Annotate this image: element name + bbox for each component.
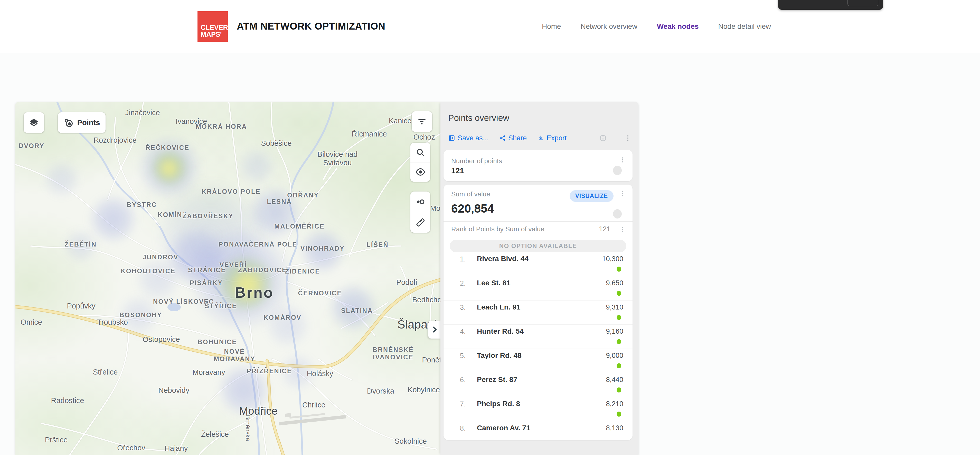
rank-row[interactable]: 8.Cameron Av. 718,130 — [444, 421, 633, 440]
rank-menu-button[interactable] — [619, 226, 626, 233]
rank-value: 8,130 — [606, 424, 623, 432]
rank-name: Phelps Rd. 8 — [477, 400, 520, 408]
rank-row[interactable]: 2.Lee St. 819,650 — [444, 276, 633, 300]
status-dot-green — [617, 315, 621, 320]
status-dot-green — [617, 363, 621, 368]
rank-name: Rivera Blvd. 44 — [477, 255, 528, 263]
rank-count: 121 — [599, 225, 611, 233]
points-button-label: Points — [77, 118, 100, 127]
number-of-points-value: 121 — [451, 166, 464, 175]
eye-icon — [415, 167, 426, 177]
map-roads — [16, 102, 441, 455]
panel-title: Points overview — [448, 113, 509, 123]
logo-line2: MAPS' — [200, 31, 228, 38]
status-dot-green — [617, 291, 621, 296]
rank-name: Leach Ln. 91 — [477, 303, 520, 311]
rank-row[interactable]: 5.Taylor Rd. 489,000 — [444, 349, 633, 373]
card-menu-button[interactable] — [619, 156, 626, 163]
rank-name: Hunter Rd. 54 — [477, 327, 523, 335]
rank-list: 1.Rivera Blvd. 4410,3002.Lee St. 819,650… — [444, 252, 633, 440]
sum-of-value-card: Sum of value VISUALIZE 620,854 Rank of P… — [444, 185, 633, 440]
indicator-knob — [613, 166, 622, 175]
rank-name: Taylor Rd. 48 — [477, 351, 522, 360]
rank-value: 8,210 — [606, 400, 623, 408]
save-as-icon — [448, 134, 455, 142]
save-as-button[interactable]: Save as... — [448, 134, 488, 142]
info-button[interactable] — [599, 134, 607, 142]
status-dot-green — [617, 412, 621, 417]
rank-row[interactable]: 6.Perez St. 878,440 — [444, 373, 633, 397]
save-as-label: Save as... — [458, 134, 488, 142]
layers-button[interactable] — [24, 112, 44, 133]
map-tools-group-1 — [410, 143, 430, 182]
nav-item-node-detail-view[interactable]: Node detail view — [718, 22, 771, 30]
rank-value: 9,160 — [606, 327, 623, 335]
sum-of-value-label: Sum of value — [451, 190, 490, 198]
rank-value: 8,440 — [606, 376, 623, 384]
panel-menu-button[interactable] — [624, 134, 632, 142]
map-compare-button[interactable] — [410, 192, 430, 212]
dashboard-block: JinačoviceIvanoviceMOKRÁ HORAKaniceŘícma… — [16, 102, 638, 455]
indicator-knob — [613, 209, 622, 219]
points-overview-panel: Points overview Save as... Share — [441, 102, 638, 455]
card-menu-button[interactable] — [619, 190, 626, 197]
layers-icon — [29, 117, 39, 128]
map-canvas[interactable]: JinačoviceIvanoviceMOKRÁ HORAKaniceŘícma… — [16, 102, 441, 455]
toast-remnant — [778, 0, 883, 10]
export-label: Export — [547, 134, 566, 142]
card-divider — [444, 221, 633, 222]
points-layer-button[interactable]: Points — [58, 112, 105, 133]
rank-value: 9,650 — [606, 279, 623, 287]
sum-of-value-value: 620,854 — [451, 201, 494, 216]
map-search-button[interactable] — [410, 143, 430, 162]
rank-number: 6. — [460, 376, 466, 384]
nav-item-weak-nodes[interactable]: Weak nodes — [657, 22, 699, 30]
rank-name: Perez St. 87 — [477, 375, 517, 384]
rank-value: 9,000 — [606, 352, 623, 360]
airport-runway — [278, 407, 346, 425]
map-measure-button[interactable] — [410, 212, 430, 233]
rank-number: 2. — [460, 279, 466, 287]
kebab-icon — [619, 156, 626, 163]
rank-number: 1. — [460, 255, 466, 263]
rank-label: Rank of Points by Sum of value — [451, 225, 544, 233]
logo-line1: CLEVER° — [200, 24, 228, 31]
map-tools-group-2 — [410, 192, 430, 233]
rank-number: 8. — [460, 425, 466, 433]
rank-row[interactable]: 7.Phelps Rd. 88,210 — [444, 397, 633, 421]
rank-value: 10,300 — [602, 255, 623, 263]
panel-expander-button[interactable] — [428, 321, 441, 338]
info-icon — [599, 134, 607, 142]
kebab-icon — [624, 134, 632, 142]
rank-row[interactable]: 3.Leach Ln. 919,310 — [444, 300, 633, 325]
rank-row[interactable]: 1.Rivera Blvd. 4410,300 — [444, 252, 633, 276]
main-nav: HomeNetwork overviewWeak nodesNode detai… — [542, 0, 771, 53]
chevron-right-icon — [430, 325, 439, 334]
map-visibility-button[interactable] — [410, 162, 430, 182]
status-dot-green — [617, 387, 621, 393]
status-dot-green — [617, 267, 621, 272]
filter-icon — [417, 116, 427, 127]
clevermaps-logo[interactable]: CLEVER° MAPS' — [197, 11, 228, 42]
number-of-points-label: Number of points — [451, 157, 502, 165]
no-option-pill: NO OPTION AVAILABLE — [450, 240, 626, 252]
share-button[interactable]: Share — [499, 134, 527, 142]
nav-item-home[interactable]: Home — [542, 22, 561, 30]
rank-value: 9,310 — [606, 303, 623, 311]
status-dot-green — [617, 339, 621, 344]
share-icon — [499, 135, 506, 141]
panel-toolbar: Save as... Share Export — [448, 133, 632, 144]
rank-name: Lee St. 81 — [477, 279, 511, 287]
search-icon — [415, 148, 425, 157]
rank-number: 3. — [460, 303, 466, 311]
rank-row[interactable]: 4.Hunter Rd. 549,160 — [444, 325, 633, 349]
export-button[interactable]: Export — [538, 134, 566, 142]
visualize-chip[interactable]: VISUALIZE — [570, 190, 614, 202]
rank-number: 4. — [460, 328, 466, 336]
share-label: Share — [508, 134, 527, 142]
number-of-points-card[interactable]: Number of points 121 — [444, 150, 633, 181]
rank-number: 5. — [460, 352, 466, 360]
nav-item-network-overview[interactable]: Network overview — [581, 22, 637, 30]
toast-button[interactable] — [848, 0, 878, 6]
filter-button[interactable] — [412, 111, 432, 132]
